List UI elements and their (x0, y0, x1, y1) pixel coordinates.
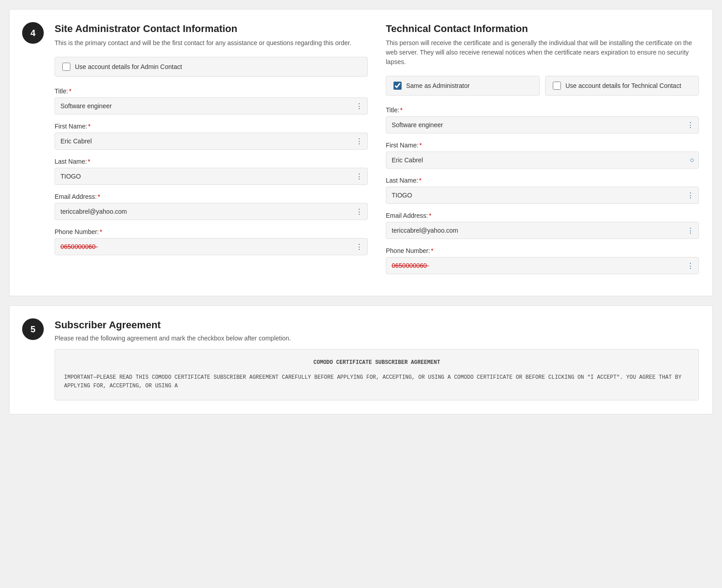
admin-title-input[interactable] (60, 98, 356, 114)
tech-email-input-wrap[interactable]: ⋮ (386, 222, 699, 239)
admin-title-edit-icon[interactable]: ⋮ (356, 102, 363, 110)
admin-phone-redacted: 0650000060- (60, 239, 356, 255)
tech-phone-edit-icon[interactable]: ⋮ (687, 262, 694, 270)
tech-title-label: Title:* (386, 106, 699, 114)
tech-lastname-label: Last Name:* (386, 177, 699, 184)
tech-firstname-input-wrap[interactable]: ○ (386, 152, 699, 169)
tech-title-edit-icon[interactable]: ⋮ (687, 121, 694, 129)
admin-firstname-input-wrap[interactable]: ⋮ (55, 133, 368, 150)
admin-title: Site Administrator Contact Information (55, 23, 368, 35)
subscriber-agreement-title: Subscriber Agreement (55, 319, 699, 331)
agreement-box-text: IMPORTANT—PLEASE READ THIS COMODO CERTIF… (64, 373, 690, 390)
tech-firstname-edit-icon[interactable]: ○ (690, 156, 694, 164)
technical-title: Technical Contact Information (386, 23, 699, 35)
technical-description: This person will receive the certificate… (386, 38, 699, 67)
admin-firstname-input[interactable] (60, 133, 356, 149)
technical-contact-column: Technical Contact Information This perso… (386, 23, 699, 282)
use-account-admin-label[interactable]: Use account details for Admin Contact (75, 63, 182, 70)
use-account-technical-checkbox-option[interactable]: Use account details for Technical Contac… (545, 76, 699, 96)
tech-firstname-input[interactable] (392, 152, 690, 168)
tech-phone-redacted: 0650000060- (392, 257, 687, 274)
agreement-box-title: COMODO CERTIFICATE SUBSCRIBER AGREEMENT (64, 358, 690, 367)
admin-title-required: * (69, 87, 71, 95)
admin-title-field: Title:* ⋮ (55, 87, 368, 115)
tech-lastname-required: * (419, 177, 421, 184)
admin-email-input-wrap[interactable]: ⋮ (55, 203, 368, 220)
tech-lastname-input[interactable] (392, 187, 687, 203)
admin-email-input[interactable] (60, 203, 356, 220)
use-account-admin-checkbox[interactable] (62, 63, 70, 71)
tech-firstname-field: First Name:* ○ (386, 142, 699, 169)
tech-phone-required: * (431, 247, 433, 254)
admin-description: This is the primary contact and will be … (55, 38, 368, 48)
admin-lastname-field: Last Name:* ⋮ (55, 158, 368, 185)
technical-checkbox-row: Same as Administrator Use account detail… (386, 76, 699, 96)
tech-email-field: Email Address:* ⋮ (386, 212, 699, 239)
section-4-columns: Site Administrator Contact Information T… (55, 23, 699, 282)
agreement-box: COMODO CERTIFICATE SUBSCRIBER AGREEMENT … (55, 349, 699, 400)
tech-title-required: * (400, 106, 403, 114)
admin-title-input-wrap[interactable]: ⋮ (55, 97, 368, 115)
tech-firstname-required: * (419, 142, 421, 149)
admin-lastname-edit-icon[interactable]: ⋮ (356, 172, 363, 181)
tech-email-label: Email Address:* (386, 212, 699, 219)
tech-title-field: Title:* ⋮ (386, 106, 699, 133)
admin-email-edit-icon[interactable]: ⋮ (356, 207, 363, 216)
admin-firstname-required: * (88, 123, 90, 130)
admin-lastname-required: * (88, 158, 90, 165)
step-4-badge: 4 (22, 22, 44, 44)
tech-lastname-input-wrap[interactable]: ⋮ (386, 187, 699, 204)
section-5: 5 Subscriber Agreement Please read the f… (9, 305, 713, 414)
admin-firstname-field: First Name:* ⋮ (55, 123, 368, 150)
admin-firstname-edit-icon[interactable]: ⋮ (356, 137, 363, 146)
tech-phone-field: Phone Number:* 0650000060- ⋮ (386, 247, 699, 274)
step-5-badge: 5 (22, 318, 44, 340)
use-account-technical-checkbox[interactable] (553, 82, 561, 90)
tech-lastname-edit-icon[interactable]: ⋮ (687, 191, 694, 200)
same-as-admin-checkbox-option[interactable]: Same as Administrator (386, 76, 540, 96)
admin-lastname-input-wrap[interactable]: ⋮ (55, 168, 368, 185)
admin-lastname-label: Last Name:* (55, 158, 368, 165)
admin-phone-input-wrap[interactable]: 0650000060- ⋮ (55, 238, 368, 255)
admin-title-label: Title:* (55, 87, 368, 95)
use-account-technical-label[interactable]: Use account details for Technical Contac… (565, 82, 681, 89)
admin-phone-edit-icon[interactable]: ⋮ (356, 243, 363, 251)
admin-email-label: Email Address:* (55, 193, 368, 200)
admin-phone-label: Phone Number:* (55, 228, 368, 235)
same-as-admin-label[interactable]: Same as Administrator (406, 82, 470, 89)
admin-lastname-input[interactable] (60, 168, 356, 184)
tech-title-input-wrap[interactable]: ⋮ (386, 116, 699, 133)
admin-contact-column: Site Administrator Contact Information T… (55, 23, 368, 282)
tech-phone-label: Phone Number:* (386, 247, 699, 254)
subscriber-agreement-description: Please read the following agreement and … (55, 335, 699, 342)
tech-email-input[interactable] (392, 222, 687, 239)
tech-email-edit-icon[interactable]: ⋮ (687, 226, 694, 235)
tech-phone-input-wrap[interactable]: 0650000060- ⋮ (386, 257, 699, 274)
tech-email-required: * (429, 212, 431, 219)
same-as-admin-checkbox[interactable] (393, 82, 402, 90)
admin-firstname-label: First Name:* (55, 123, 368, 130)
section-4: 4 Site Administrator Contact Information… (9, 9, 713, 296)
admin-email-required: * (97, 193, 100, 200)
tech-title-input[interactable] (392, 117, 687, 133)
tech-lastname-field: Last Name:* ⋮ (386, 177, 699, 204)
admin-email-field: Email Address:* ⋮ (55, 193, 368, 220)
admin-phone-field: Phone Number:* 0650000060- ⋮ (55, 228, 368, 255)
admin-phone-required: * (100, 228, 102, 235)
tech-firstname-label: First Name:* (386, 142, 699, 149)
use-account-admin-checkbox-option[interactable]: Use account details for Admin Contact (55, 57, 368, 77)
